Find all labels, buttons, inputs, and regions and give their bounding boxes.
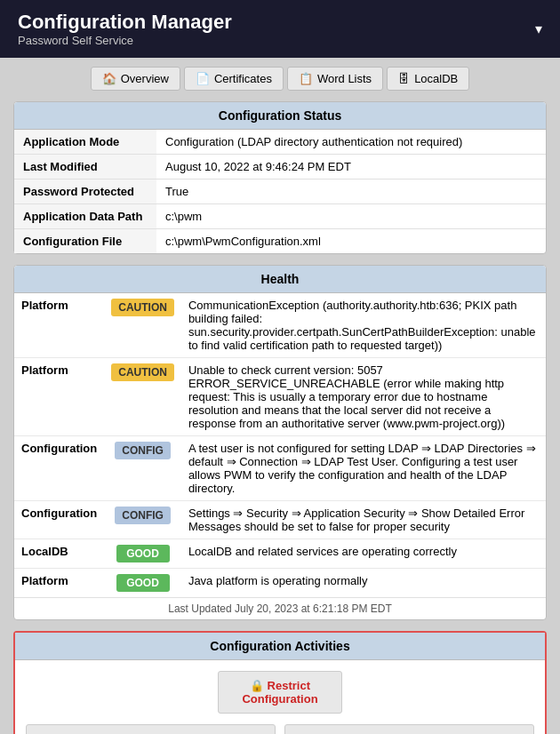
value-app-mode: Configuration (LDAP directory authentica… xyxy=(156,130,546,155)
download-configuration-button[interactable]: ⬇ DownloadConfiguration xyxy=(284,724,534,734)
health-category-1: Platform xyxy=(14,358,104,436)
app-title: Configuration Manager xyxy=(18,11,232,34)
label-password-protected: Password Protected xyxy=(14,180,156,204)
label-data-path: Application Data Path xyxy=(14,204,156,229)
health-msg-4: LocalDB and related services are operati… xyxy=(181,539,546,569)
app-subtitle: Password Self Service xyxy=(18,34,232,47)
health-category-3: Configuration xyxy=(14,501,104,539)
table-row: LocalDB GOOD LocalDB and related service… xyxy=(14,539,546,569)
health-badge-5: GOOD xyxy=(116,574,170,592)
config-status-table: Application Mode Configuration (LDAP dir… xyxy=(14,130,546,253)
health-badge-0: CAUTION xyxy=(111,299,174,316)
import-configuration-button[interactable]: ⬆ ⬆ Import Configuration xyxy=(26,724,276,734)
table-row: Platform CAUTION CommunicationException … xyxy=(14,293,546,358)
table-row: Last Modified August 10, 2022 at 9:46:24… xyxy=(14,155,546,180)
activities-header: Configuration Activities xyxy=(15,633,545,660)
health-last-updated: Last Updated July 20, 2023 at 6:21:18 PM… xyxy=(14,597,546,619)
table-row: Configuration CONFIG Settings ⇒ Security… xyxy=(14,501,546,539)
table-row: Platform CAUTION Unable to check current… xyxy=(14,358,546,436)
value-config-file: c:\pwm\PwmConfiguration.xml xyxy=(156,229,546,254)
value-password-protected: True xyxy=(156,180,546,204)
main-content: 🏠 Overview 📄 Certificates 📋 Word Lists 🗄… xyxy=(0,58,560,734)
table-row: Application Data Path c:\pwm xyxy=(14,204,546,229)
nav-tabs: 🏠 Overview 📄 Certificates 📋 Word Lists 🗄… xyxy=(13,67,547,91)
health-msg-5: Java platform is operating normally xyxy=(181,569,546,598)
app-header: Configuration Manager Password Self Serv… xyxy=(0,0,560,58)
health-category-5: Platform xyxy=(14,569,104,598)
health-msg-0: CommunicationException (authority.author… xyxy=(181,293,546,358)
health-msg-1: Unable to check current version: 5057 ER… xyxy=(181,358,546,436)
chevron-down-icon[interactable]: ▾ xyxy=(535,20,542,37)
label-last-modified: Last Modified xyxy=(14,155,156,180)
health-category-4: LocalDB xyxy=(14,539,104,569)
health-badge-1: CAUTION xyxy=(111,363,174,381)
tab-overview[interactable]: 🏠 Overview xyxy=(91,67,180,91)
table-row: Application Mode Configuration (LDAP dir… xyxy=(14,130,546,155)
activities-card: Configuration Activities 🔒 RestrictConfi… xyxy=(13,631,547,734)
table-row: Configuration CONFIG A test user is not … xyxy=(14,436,546,501)
health-category-2: Configuration xyxy=(14,436,104,501)
config-status-header: Configuration Status xyxy=(14,102,546,130)
health-card: Health Platform CAUTION CommunicationExc… xyxy=(13,265,547,620)
health-category-0: Platform xyxy=(14,293,104,358)
tab-certificates[interactable]: 📄 Certificates xyxy=(184,67,284,91)
health-badge-2: CONFIG xyxy=(115,442,171,459)
label-config-file: Configuration File xyxy=(14,229,156,254)
health-badge-3: CONFIG xyxy=(115,507,171,524)
health-table: Platform CAUTION CommunicationException … xyxy=(14,293,546,597)
table-row: Configuration File c:\pwm\PwmConfigurati… xyxy=(14,229,546,254)
activities-row: ⬆ ⬆ Import Configuration ⬇ DownloadConfi… xyxy=(26,724,534,734)
table-row: Password Protected True xyxy=(14,180,546,204)
activities-body: 🔒 RestrictConfiguration ⬆ ⬆ Import Confi… xyxy=(15,660,545,734)
health-badge-4: GOOD xyxy=(116,545,170,562)
health-msg-3: Settings ⇒ Security ⇒ Application Securi… xyxy=(181,501,546,539)
config-status-card: Configuration Status Application Mode Co… xyxy=(13,101,547,254)
tab-localdb[interactable]: 🗄 LocalDB xyxy=(387,67,469,91)
health-header: Health xyxy=(14,266,546,293)
table-row: Platform GOOD Java platform is operating… xyxy=(14,569,546,598)
restrict-configuration-button[interactable]: 🔒 RestrictConfiguration xyxy=(218,671,342,714)
value-last-modified: August 10, 2022 at 9:46:24 PM EDT xyxy=(156,155,546,180)
tab-word-lists[interactable]: 📋 Word Lists xyxy=(287,67,383,91)
label-app-mode: Application Mode xyxy=(14,130,156,155)
value-data-path: c:\pwm xyxy=(156,204,546,229)
health-msg-2: A test user is not configured for settin… xyxy=(181,436,546,501)
